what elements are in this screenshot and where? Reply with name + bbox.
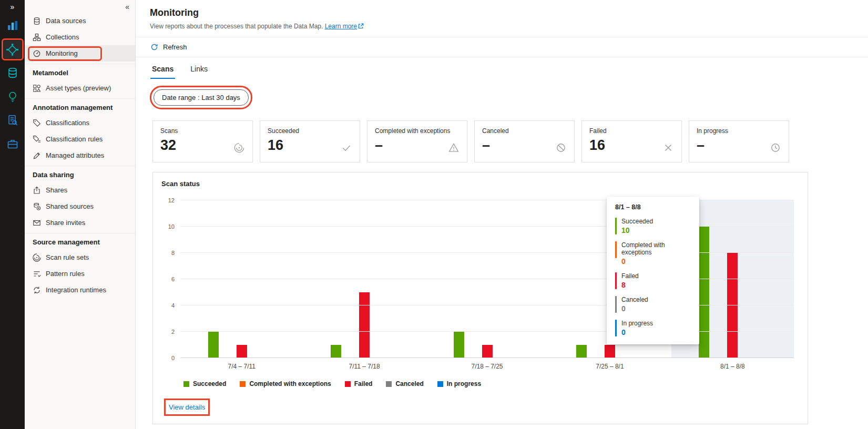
- gridline: [180, 358, 794, 358]
- managed-attributes-icon: [33, 151, 41, 160]
- insights-icon[interactable]: [4, 88, 22, 106]
- bar-succeeded-7-18-7-25[interactable]: [454, 332, 464, 358]
- tab-links[interactable]: Links: [189, 64, 209, 79]
- asset-types-icon: [33, 84, 41, 93]
- sidebar-item-collections[interactable]: Collections: [25, 29, 135, 45]
- y-tick-label: 4: [171, 302, 175, 309]
- tooltip-series-value: 8: [621, 281, 639, 289]
- category-band-7-4-7-11: [180, 200, 303, 358]
- sidebar-item-integration-runtimes[interactable]: Integration runtimes: [25, 282, 135, 298]
- sidebar-item-label: Classifications: [46, 119, 89, 127]
- expand-rail-button[interactable]: »: [11, 3, 15, 11]
- plot-bands: [180, 200, 794, 358]
- management-icon[interactable]: [4, 135, 22, 153]
- stat-label: Scans: [160, 127, 245, 135]
- stat-value: 16: [268, 137, 352, 154]
- bar-slot: [263, 200, 277, 358]
- sidebar-section-annotation-management: Annotation management: [25, 98, 135, 115]
- data-map-icon[interactable]: [4, 40, 22, 58]
- sidebar-item-monitoring[interactable]: Monitoring: [25, 45, 135, 62]
- sidebar-item-asset-types-preview[interactable]: Asset types (preview): [25, 80, 135, 96]
- legend-label: Failed: [354, 380, 373, 387]
- bar-failed-8-1-8-8[interactable]: [727, 253, 738, 358]
- check-icon: [341, 142, 352, 153]
- chart-legend: SucceededCompleted with exceptionsFailed…: [183, 380, 794, 387]
- bar-slot: [754, 200, 768, 358]
- sidebar-item-data-sources[interactable]: Data sources: [25, 13, 135, 29]
- x-icon: [663, 142, 673, 153]
- sidebar-item-classifications[interactable]: Classifications: [25, 115, 135, 131]
- sidebar-item-label: Shares: [46, 186, 67, 194]
- bar-succeeded-8-1-8-8[interactable]: [699, 227, 709, 358]
- bar-succeeded-7-25-8-1[interactable]: [576, 345, 587, 358]
- tab-scans[interactable]: Scans: [150, 64, 175, 79]
- stat-label: In progress: [697, 127, 781, 135]
- sidebar-item-label: Scan rule sets: [46, 253, 89, 261]
- learn-more-link[interactable]: Learn more: [325, 23, 357, 30]
- collapse-sidebar-button[interactable]: «: [125, 3, 129, 11]
- reports-icon[interactable]: [4, 17, 22, 35]
- stat-card-scans: Scans32: [152, 120, 253, 162]
- data-catalog-icon[interactable]: [4, 64, 22, 82]
- bar-slot: [372, 200, 386, 358]
- policy-icon[interactable]: [4, 111, 22, 129]
- sidebar-item-pattern-rules[interactable]: Pattern rules: [25, 265, 135, 282]
- legend-item-in-progress[interactable]: In progress: [437, 380, 481, 387]
- sidebar-item-managed-attributes[interactable]: Managed attributes: [25, 147, 135, 164]
- sidebar-item-label: Monitoring: [46, 49, 78, 57]
- x-tick-label: 8/1 – 8/8: [671, 363, 794, 370]
- tab-bar: ScansLinks: [136, 64, 868, 79]
- gridline: [180, 305, 794, 305]
- stat-label: Canceled: [482, 127, 567, 135]
- sidebar-item-share-invites[interactable]: Share invites: [25, 214, 135, 231]
- x-tick-label: 7/11 – 7/18: [303, 363, 425, 370]
- sidebar-item-classification-rules[interactable]: Classification rules: [25, 131, 135, 147]
- bar-slot: [386, 200, 400, 358]
- view-details-link[interactable]: View details: [169, 403, 205, 411]
- gridline: [180, 279, 794, 279]
- sidebar-item-shares[interactable]: Shares: [25, 182, 135, 198]
- bar-failed-7-25-8-1[interactable]: [605, 345, 615, 358]
- sidebar: « Data sourcesCollectionsMonitoringMetam…: [25, 0, 136, 429]
- gridline: [180, 200, 794, 200]
- legend-swatch: [386, 381, 392, 387]
- y-tick-label: 2: [171, 329, 175, 335]
- sidebar-item-shared-sources[interactable]: Shared sources: [25, 198, 135, 214]
- bar-slot: [588, 200, 603, 358]
- gridline: [180, 331, 794, 332]
- shares-icon: [33, 186, 41, 195]
- tooltip-series-label: Completed with exceptions: [621, 241, 691, 256]
- gridline: [180, 252, 794, 253]
- bar-failed-7-18-7-25[interactable]: [482, 345, 493, 358]
- warning-icon: [448, 142, 459, 153]
- chart-title: Scan status: [161, 180, 794, 188]
- legend-item-failed[interactable]: Failed: [345, 380, 373, 387]
- bar-slot: [574, 200, 588, 358]
- legend-item-succeeded[interactable]: Succeeded: [183, 380, 226, 387]
- sidebar-item-label: Managed attributes: [46, 151, 104, 159]
- bar-failed-7-11-7-18[interactable]: [359, 292, 370, 358]
- bar-succeeded-7-4-7-11[interactable]: [208, 332, 219, 358]
- legend-item-completed-with-exceptions[interactable]: Completed with exceptions: [240, 380, 331, 387]
- page-header: Monitoring View reports about the proces…: [136, 0, 868, 37]
- tooltip-series-swatch: [615, 272, 617, 289]
- legend-item-canceled[interactable]: Canceled: [386, 380, 423, 387]
- bar-slot: [329, 200, 343, 358]
- legend-swatch: [345, 381, 351, 387]
- classification-rules-icon: [33, 135, 41, 144]
- x-axis: 7/4 – 7/117/11 – 7/187/18 – 7/257/25 – 8…: [180, 363, 794, 370]
- refresh-button[interactable]: Refresh: [136, 37, 868, 57]
- tooltip-series-label: Canceled: [621, 296, 648, 303]
- legend-label: Succeeded: [193, 380, 226, 387]
- sidebar-item-scan-rule-sets[interactable]: Scan rule sets: [25, 249, 135, 265]
- date-range-button[interactable]: Date range : Last 30 days: [154, 89, 249, 106]
- refresh-icon: [150, 43, 158, 51]
- bar-succeeded-7-11-7-18[interactable]: [331, 345, 341, 358]
- bar-failed-7-4-7-11[interactable]: [237, 345, 247, 358]
- database-icon: [33, 17, 41, 25]
- integration-runtimes-icon: [33, 286, 41, 294]
- tooltip-series-swatch: [615, 241, 617, 258]
- stat-card-canceled: Canceled–: [474, 120, 575, 162]
- external-link-icon: [357, 23, 364, 30]
- subtitle-text: View reports about the processes that po…: [150, 23, 323, 30]
